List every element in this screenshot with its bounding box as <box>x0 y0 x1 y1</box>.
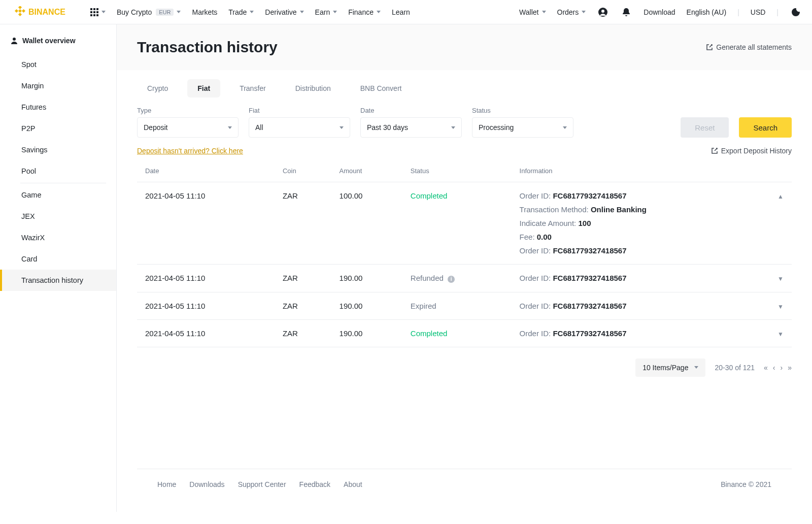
nav-currency[interactable]: USD <box>751 8 766 16</box>
sidebar-item[interactable]: Margin <box>0 75 116 96</box>
cell-status: Completed <box>402 319 512 347</box>
items-per-page-select[interactable]: 10 Items/Page <box>635 358 705 377</box>
sidebar-item[interactable]: Transaction history <box>0 270 116 291</box>
bell-icon[interactable] <box>620 6 632 18</box>
topbar: BINANCE Buy Crypto EUR Markets Trade Der… <box>0 0 812 24</box>
table-row: 2021-04-05 11:10 ZAR 190.00 Refunded i O… <box>137 265 792 292</box>
sidebar-item[interactable]: P2P <box>0 118 116 139</box>
cell-date: 2021-04-05 11:10 <box>137 265 275 292</box>
sidebar-item[interactable]: Game <box>0 184 116 206</box>
svg-rect-3 <box>18 9 22 12</box>
cell-date: 2021-04-05 11:10 <box>137 182 275 265</box>
chevron-down-icon <box>333 11 337 13</box>
cell-coin: ZAR <box>275 265 331 292</box>
page-title: Transaction history <box>137 39 278 56</box>
grid-icon <box>90 8 98 16</box>
tab[interactable]: Transfer <box>229 79 276 97</box>
footer-link[interactable]: Feedback <box>299 480 330 488</box>
filter-fiat-select[interactable]: All <box>249 117 350 138</box>
pager-last-icon[interactable]: » <box>788 364 792 372</box>
filter-status-select[interactable]: Processing <box>472 117 573 138</box>
filter-status-label: Status <box>472 107 573 114</box>
brand-logo[interactable]: BINANCE <box>10 6 81 18</box>
chevron-down-icon <box>228 126 232 129</box>
cell-amount: 190.00 <box>331 319 402 347</box>
nav-language[interactable]: English (AU) <box>687 8 727 16</box>
nav-trade[interactable]: Trade <box>228 8 254 16</box>
nav-finance[interactable]: Finance <box>348 8 381 16</box>
nav-label: Buy Crypto <box>117 8 152 16</box>
th-info: Information <box>512 160 770 182</box>
tabs: CryptoFiatTransferDistributionBNB Conver… <box>137 79 792 97</box>
export-history-link[interactable]: Export Deposit History <box>711 147 792 155</box>
footer-copyright: Binance © 2021 <box>721 480 771 488</box>
sidebar-title[interactable]: Wallet overview <box>0 32 116 51</box>
svg-point-8 <box>13 38 16 41</box>
chevron-down-icon <box>250 11 254 13</box>
sidebar-item[interactable]: WazirX <box>0 227 116 248</box>
chevron-up-icon[interactable]: ▲ <box>777 193 784 200</box>
transactions-table: Date Coin Amount Status Information 2021… <box>137 160 792 347</box>
pager-first-icon[interactable]: « <box>764 364 768 372</box>
buy-crypto-badge: EUR <box>156 9 174 16</box>
account-icon[interactable] <box>597 6 609 18</box>
cell-coin: ZAR <box>275 292 331 319</box>
nav-buy-crypto[interactable]: Buy Crypto EUR <box>117 8 181 16</box>
svg-point-7 <box>601 10 604 13</box>
filter-date-select[interactable]: Past 30 days <box>360 117 462 138</box>
nav-markets[interactable]: Markets <box>192 8 217 16</box>
generate-statements-link[interactable]: Generate all statements <box>706 43 792 51</box>
chevron-down-icon[interactable]: ▼ <box>777 331 784 338</box>
cell-status: Completed <box>402 182 512 265</box>
filter-type-label: Type <box>137 107 239 114</box>
sidebar-item[interactable]: Pool <box>0 160 116 182</box>
chevron-down-icon[interactable]: ▼ <box>777 275 784 282</box>
sidebar-item[interactable]: Futures <box>0 96 116 118</box>
deposit-help-link[interactable]: Deposit hasn't arrived? Click here <box>137 147 243 155</box>
footer-link[interactable]: Home <box>157 480 176 488</box>
nav-wallet[interactable]: Wallet <box>519 8 546 16</box>
nav-orders[interactable]: Orders <box>557 8 586 16</box>
external-link-icon <box>711 147 718 154</box>
cell-date: 2021-04-05 11:10 <box>137 292 275 319</box>
filter-type-select[interactable]: Deposit <box>137 117 239 138</box>
nav-download[interactable]: Download <box>644 8 675 16</box>
nav-earn[interactable]: Earn <box>315 8 337 16</box>
sidebar-item[interactable]: JEX <box>0 206 116 227</box>
filter-fiat-label: Fiat <box>249 107 350 114</box>
chevron-down-icon <box>377 11 381 13</box>
cell-info: Order ID: FC681779327418567 <box>512 319 770 347</box>
cell-info: Order ID: FC681779327418567Transaction M… <box>512 182 770 265</box>
sidebar-item[interactable]: Card <box>0 248 116 270</box>
divider: | <box>776 8 779 16</box>
chevron-down-icon <box>451 126 455 129</box>
chevron-down-icon <box>582 11 586 13</box>
tab[interactable]: BNB Convert <box>350 79 412 97</box>
chevron-down-icon <box>101 11 106 13</box>
footer-link[interactable]: Downloads <box>189 480 224 488</box>
sidebar: Wallet overview SpotMarginFuturesP2PSavi… <box>0 24 117 512</box>
footer-link[interactable]: About <box>344 480 362 488</box>
dark-mode-icon[interactable] <box>790 6 802 18</box>
pager-range: 20-30 of 121 <box>715 364 755 372</box>
tab[interactable]: Fiat <box>187 79 220 97</box>
pager-next-icon[interactable]: › <box>781 364 783 372</box>
pager-prev-icon[interactable]: ‹ <box>773 364 775 372</box>
chevron-down-icon <box>542 11 546 13</box>
tab[interactable]: Distribution <box>285 79 341 97</box>
apps-menu[interactable] <box>90 8 106 16</box>
cell-amount: 190.00 <box>331 292 402 319</box>
footer-link[interactable]: Support Center <box>238 480 286 488</box>
table-row: 2021-04-05 11:10 ZAR 190.00 Completed Or… <box>137 319 792 347</box>
nav-derivative[interactable]: Derivative <box>265 8 303 16</box>
search-button[interactable]: Search <box>739 117 792 138</box>
sidebar-item[interactable]: Savings <box>0 139 116 160</box>
tab[interactable]: Crypto <box>137 79 178 97</box>
cell-info: Order ID: FC681779327418567 <box>512 292 770 319</box>
cell-info: Order ID: FC681779327418567 <box>512 265 770 292</box>
sidebar-item[interactable]: Spot <box>0 54 116 75</box>
chevron-down-icon[interactable]: ▼ <box>777 303 784 310</box>
reset-button[interactable]: Reset <box>681 117 729 138</box>
nav-learn[interactable]: Learn <box>392 8 410 16</box>
svg-text:BINANCE: BINANCE <box>28 8 65 16</box>
